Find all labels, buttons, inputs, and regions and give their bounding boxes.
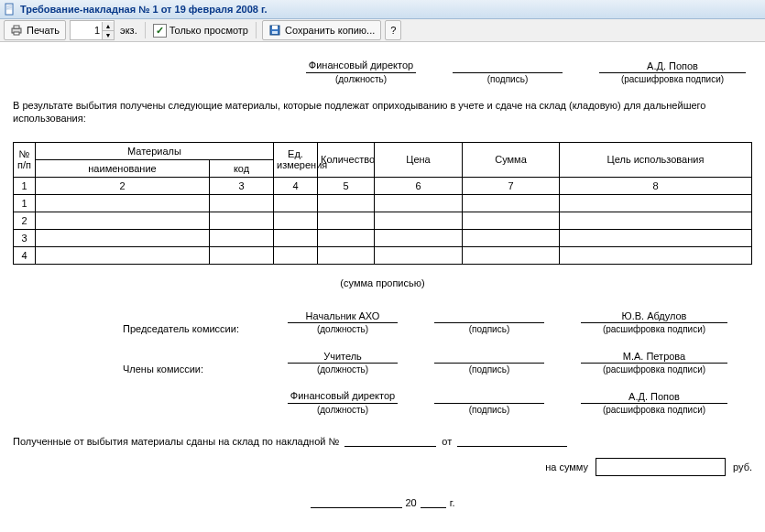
colnum: 8 bbox=[560, 177, 752, 194]
th-price: Цена bbox=[375, 142, 463, 177]
svg-rect-2 bbox=[14, 26, 19, 28]
colnum: 2 bbox=[36, 177, 210, 194]
copies-spinner[interactable]: ▲ ▼ bbox=[70, 20, 115, 40]
table-row: 2 bbox=[14, 212, 752, 229]
colnum: 4 bbox=[274, 177, 318, 194]
total-amount-field[interactable] bbox=[596, 458, 726, 476]
save-copy-label: Сохранить копию... bbox=[285, 25, 375, 36]
window-title: Требование-накладная № 1 от 19 февраля 2… bbox=[20, 4, 268, 15]
amount-in-words-caption: (сумма прописью) bbox=[13, 277, 752, 288]
sig-position-value: Финансовый директор bbox=[306, 59, 416, 73]
colnum: 6 bbox=[375, 177, 463, 194]
sig-signature: (подпись) bbox=[453, 59, 563, 84]
toolbar-separator bbox=[256, 22, 257, 38]
sig-position: Начальник АХО (должность) bbox=[288, 309, 398, 334]
spinner-up[interactable]: ▲ bbox=[103, 22, 114, 31]
invoice-date-field[interactable] bbox=[457, 433, 567, 447]
copies-input[interactable] bbox=[71, 22, 102, 38]
th-unit: Ед. измерения bbox=[274, 142, 318, 177]
members-label: Члены комиссии: bbox=[123, 362, 251, 375]
handover-row: Полученные от выбытия материалы сданы на… bbox=[13, 433, 752, 447]
th-npp: № п/п bbox=[14, 142, 36, 177]
invoice-number-field[interactable] bbox=[344, 433, 436, 447]
materials-table: № п/п Материалы Ед. измерения Количество… bbox=[13, 142, 752, 265]
total-row: на сумму руб. bbox=[13, 458, 752, 476]
print-button[interactable]: Печать bbox=[4, 20, 66, 40]
sig-name: А.Д. Попов (расшифровка подписи) bbox=[599, 59, 746, 84]
toolbar: Печать ▲ ▼ экз. ✓ Только просмотр Сохран… bbox=[0, 19, 765, 42]
handover-from: от bbox=[442, 436, 452, 447]
colnum: 1 bbox=[14, 177, 36, 194]
toolbar-separator bbox=[145, 22, 146, 38]
th-mat-code: код bbox=[210, 159, 274, 177]
th-purpose: Цель использования bbox=[560, 142, 752, 177]
approver-signature-row: Финансовый директор (должность) (подпись… bbox=[306, 59, 752, 84]
table-row: 3 bbox=[14, 229, 752, 246]
svg-rect-6 bbox=[272, 31, 278, 34]
sig-name-caption: (расшифровка подписи) bbox=[621, 74, 724, 84]
view-only-checkbox[interactable]: ✓ Только просмотр bbox=[151, 24, 250, 38]
chairman-row: Председатель комиссии: Начальник АХО (до… bbox=[123, 309, 752, 334]
colnum: 5 bbox=[318, 177, 375, 194]
sig-signature-caption: (подпись) bbox=[487, 74, 528, 84]
print-label: Печать bbox=[27, 25, 60, 36]
member-row: Члены комиссии: Учитель(должность) (подп… bbox=[123, 349, 752, 375]
th-mat-name: наименование bbox=[36, 159, 210, 177]
th-sum: Сумма bbox=[463, 142, 560, 177]
document-icon bbox=[4, 3, 16, 16]
copies-label: экз. bbox=[118, 25, 139, 36]
sig-signature: (подпись) bbox=[434, 309, 544, 334]
colnum: 7 bbox=[463, 177, 560, 194]
date-year-suffix: г. bbox=[450, 497, 455, 508]
sig-name-value: А.Д. Попов bbox=[599, 59, 746, 73]
intro-paragraph: В результате выбытия получены следующие … bbox=[13, 99, 752, 125]
member-row: Финансовый директор(должность) (подпись)… bbox=[123, 389, 752, 415]
date-day-month[interactable] bbox=[311, 494, 402, 508]
spinner-down[interactable]: ▼ bbox=[103, 31, 114, 39]
help-button[interactable]: ? bbox=[385, 20, 401, 40]
printer-icon bbox=[10, 24, 23, 37]
colnum: 3 bbox=[210, 177, 274, 194]
svg-rect-3 bbox=[14, 32, 19, 35]
handover-text: Полученные от выбытия материалы сданы на… bbox=[13, 436, 339, 447]
sig-name: Ю.В. Абдулов (расшифровка подписи) bbox=[581, 309, 727, 334]
th-qty: Количество bbox=[318, 142, 375, 177]
table-row: 4 bbox=[14, 246, 752, 264]
date-row: 20 г. bbox=[13, 494, 752, 508]
th-materials: Материалы bbox=[36, 142, 274, 159]
save-copy-button[interactable]: Сохранить копию... bbox=[262, 20, 381, 40]
help-icon: ? bbox=[390, 25, 396, 36]
save-icon bbox=[268, 24, 281, 37]
table-row: 1 bbox=[14, 194, 752, 212]
date-year-prefix: 20 bbox=[406, 497, 417, 508]
total-unit: руб. bbox=[733, 461, 752, 472]
window-titlebar: Требование-накладная № 1 от 19 февраля 2… bbox=[0, 0, 765, 19]
date-year-field[interactable] bbox=[421, 494, 446, 508]
total-label: на сумму bbox=[545, 461, 588, 472]
chairman-label: Председатель комиссии: bbox=[123, 321, 251, 334]
checkbox-icon: ✓ bbox=[153, 24, 167, 38]
sig-position: Финансовый директор (должность) bbox=[306, 59, 416, 84]
sig-position-caption: (должность) bbox=[335, 74, 387, 84]
view-only-label: Только просмотр bbox=[169, 25, 248, 36]
svg-rect-5 bbox=[272, 26, 278, 29]
document-body: Финансовый директор (должность) (подпись… bbox=[0, 42, 765, 532]
